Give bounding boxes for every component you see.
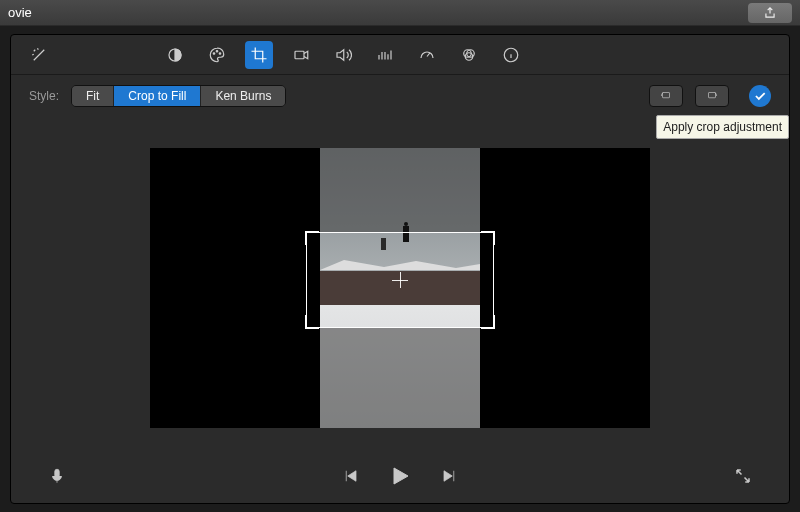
equalizer-icon[interactable]	[371, 41, 399, 69]
video-preview[interactable]	[150, 148, 650, 428]
contrast-icon[interactable]	[161, 41, 189, 69]
crop-icon[interactable]	[245, 41, 273, 69]
apply-crop-tooltip: Apply crop adjustment	[656, 115, 789, 139]
inspector-toolbar	[11, 35, 789, 75]
titlebar: ovie	[0, 0, 800, 26]
svg-rect-9	[663, 93, 670, 98]
previous-frame-button[interactable]	[334, 460, 366, 492]
next-frame-button[interactable]	[434, 460, 466, 492]
crop-handle-br[interactable]	[481, 315, 495, 329]
playback-bar	[11, 455, 789, 503]
apply-crop-button[interactable]	[749, 85, 771, 107]
share-button[interactable]	[748, 3, 792, 23]
crop-handle-bl[interactable]	[305, 315, 319, 329]
magic-wand-icon[interactable]	[25, 41, 53, 69]
rotate-cw-button[interactable]	[695, 85, 729, 107]
window-title: ovie	[8, 5, 32, 20]
style-option-crop-to-fill[interactable]: Crop to Fill	[114, 86, 201, 106]
palette-icon[interactable]	[203, 41, 231, 69]
crop-handle-tr[interactable]	[481, 231, 495, 245]
volume-icon[interactable]	[329, 41, 357, 69]
crop-rectangle[interactable]	[306, 232, 494, 328]
preview-area	[11, 117, 789, 455]
crop-center-cross	[400, 272, 401, 288]
play-button[interactable]	[384, 460, 416, 492]
crop-handle-tl[interactable]	[305, 231, 319, 245]
editor-panel: Style: Fit Crop to Fill Ken Burns Apply …	[10, 34, 790, 504]
svg-rect-4	[295, 51, 304, 59]
style-label: Style:	[29, 89, 59, 103]
svg-rect-10	[709, 93, 716, 98]
color-balance-icon[interactable]	[455, 41, 483, 69]
camera-icon[interactable]	[287, 41, 315, 69]
microphone-icon[interactable]	[41, 460, 73, 492]
svg-point-3	[219, 52, 221, 54]
svg-point-2	[216, 50, 218, 52]
crop-style-row: Style: Fit Crop to Fill Ken Burns Apply …	[11, 75, 789, 117]
style-segmented-control: Fit Crop to Fill Ken Burns	[71, 85, 286, 107]
svg-point-1	[213, 52, 215, 54]
speedometer-icon[interactable]	[413, 41, 441, 69]
rotate-ccw-button[interactable]	[649, 85, 683, 107]
style-option-ken-burns[interactable]: Ken Burns	[201, 86, 285, 106]
style-option-fit[interactable]: Fit	[72, 86, 114, 106]
fullscreen-button[interactable]	[727, 460, 759, 492]
info-icon[interactable]	[497, 41, 525, 69]
